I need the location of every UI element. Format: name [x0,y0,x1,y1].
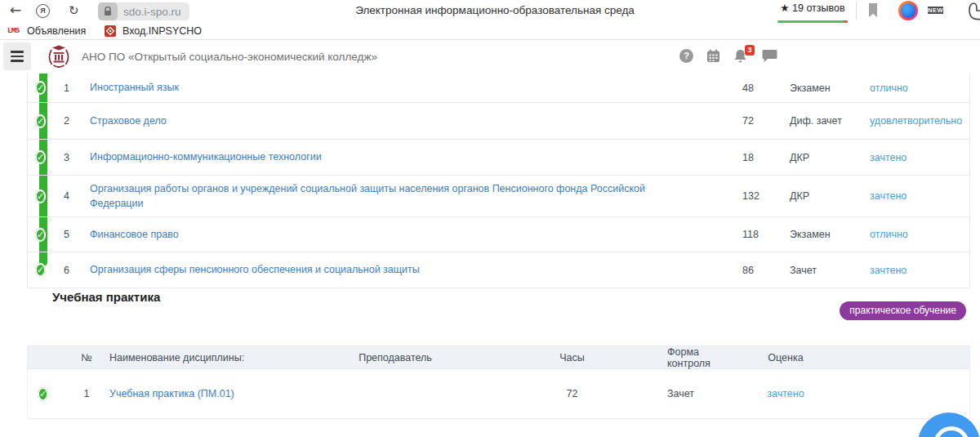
row-number: 1 [64,388,109,399]
url-text: sdo.i-spo.ru [123,6,181,18]
col-teacher: Преподаватель [314,352,477,363]
table-row: ✓ 1 Иностранный язык 48 Экзамен отлично [28,74,969,103]
check-icon: ✓ [38,387,48,401]
col-grade: Оценка [724,352,847,363]
address-bar[interactable]: sdo.i-spo.ru [98,2,189,20]
app-header: АНО ПО «Открытый социально-экономический… [0,40,980,74]
grade-link[interactable]: отлично [870,229,908,240]
table-row: ✓ 1 Учебная практика (ПМ.01) 72 Зачет за… [28,368,969,419]
table-row: ✓ 2 Страховое дело 72 Диф. зачет удовлет… [28,103,969,140]
hand-cursor-icon[interactable] [967,2,980,25]
reviews-label: 19 отзывов [792,2,845,14]
subject-link[interactable]: Страховое дело [90,115,167,127]
control-form: Экзамен [790,229,870,240]
row-number: 2 [64,115,90,127]
reload-icon[interactable]: ↻ [69,3,79,18]
grade-link[interactable]: отлично [870,82,908,94]
hours-value: 18 [742,152,790,163]
menu-hamburger-button[interactable] [3,42,31,70]
check-icon: ✓ [35,114,46,128]
check-icon: ✓ [35,150,46,164]
messages-icon[interactable] [762,49,777,66]
col-num: № [64,352,109,363]
check-icon: ✓ [35,263,46,277]
browser-chrome: ← Я ↻ sdo.i-spo.ru Электронная информаци… [0,0,980,25]
main-content: ✓ 1 Иностранный язык 48 Экзамен отлично … [0,74,980,437]
col-form: Форма контроля [667,346,724,369]
control-form: Диф. зачет [790,115,870,127]
check-icon: ✓ [35,228,46,242]
practice-table: № Наименование дисциплины: Преподаватель… [27,346,970,419]
row-number: 6 [64,265,90,276]
section-title: Учебная практика [52,290,160,304]
row-number: 4 [64,190,90,202]
grade-link[interactable]: зачтено [870,265,906,276]
row-number: 5 [64,229,90,240]
check-icon: ✓ [35,81,46,95]
extension-icon[interactable] [898,1,918,20]
bookmark-item-announcements[interactable]: Объявления [27,25,86,37]
control-form: ДКР [790,190,870,202]
bookmark-item-login[interactable]: Вход.INPSYCHO [122,25,202,37]
hours-value: 132 [742,190,790,202]
extension-new-icon[interactable]: NEW [928,1,947,20]
control-form: Зачет [790,265,870,276]
table-row: ✓ 4 Организация работы органов и учрежде… [28,176,969,217]
bookmark-lms-icon: LMS [7,26,19,35]
browser-logo-icon[interactable]: Я [36,4,50,18]
table-row: ✓ 3 Информационно-коммуникационные техно… [28,140,969,176]
grade-link[interactable]: зачтено [870,190,906,202]
table-row: ✓ 6 Организация сферы пенсионного обеспе… [28,252,969,288]
grade-link[interactable]: зачтено [870,152,906,163]
check-icon: ✓ [35,190,46,203]
subject-link[interactable]: Учебная практика (ПМ.01) [109,388,234,399]
new-badge: NEW [928,7,943,14]
hours-value: 118 [742,229,790,240]
college-logo-icon [46,43,72,69]
col-hours: Часы [477,352,667,363]
calendar-icon[interactable] [706,49,720,66]
reviews-button[interactable]: ★ 19 отзывов [777,2,848,14]
hours-value: 72 [477,388,667,399]
col-name: Наименование дисциплины: [109,352,314,363]
control-form: Зачет [667,388,724,399]
screen: ← Я ↻ sdo.i-spo.ru Электронная информаци… [0,0,980,437]
subject-link[interactable]: Иностранный язык [90,82,179,93]
notifications-bell-icon[interactable]: 3 [733,49,748,64]
rating-bar [777,20,848,23]
grade-link[interactable]: зачтено [767,388,804,399]
subject-link[interactable]: Информационно-коммуникационные технологи… [90,151,322,163]
control-form: ДКР [790,152,870,163]
practice-table-header: № Наименование дисциплины: Преподаватель… [28,346,969,368]
subject-link[interactable]: Финансовое право [90,229,179,240]
college-name: АНО ПО «Открытый социально-экономический… [82,51,377,63]
hours-value: 48 [742,82,790,94]
bookmark-icon[interactable] [866,2,880,23]
tab-title: Электронная информационно-образовательна… [355,4,635,16]
control-form: Экзамен [790,82,870,94]
subject-link[interactable]: Организация работы органов и учреждений … [90,183,645,209]
hours-value: 86 [742,265,790,276]
back-icon[interactable]: ← [10,2,21,18]
lock-icon [98,2,118,20]
divider [856,2,857,20]
row-number: 3 [64,152,90,163]
bookmark-favicon-icon [105,25,116,40]
star-icon: ★ [780,2,789,14]
row-number: 1 [64,82,90,94]
hours-value: 72 [742,115,790,127]
notifications-count-badge: 3 [745,45,755,56]
practice-badge[interactable]: практическое обучение [840,301,966,320]
grades-table: ✓ 1 Иностранный язык 48 Экзамен отлично … [27,74,970,288]
subject-link[interactable]: Организация сферы пенсионного обеспечени… [90,264,420,275]
table-row: ✓ 5 Финансовое право 118 Экзамен отлично [28,217,969,252]
grade-link[interactable]: удовлетворительно [870,115,962,127]
help-icon[interactable]: ? [679,49,693,63]
bookmarks-bar: LMS Объявления Вход.INPSYCHO [0,25,980,40]
